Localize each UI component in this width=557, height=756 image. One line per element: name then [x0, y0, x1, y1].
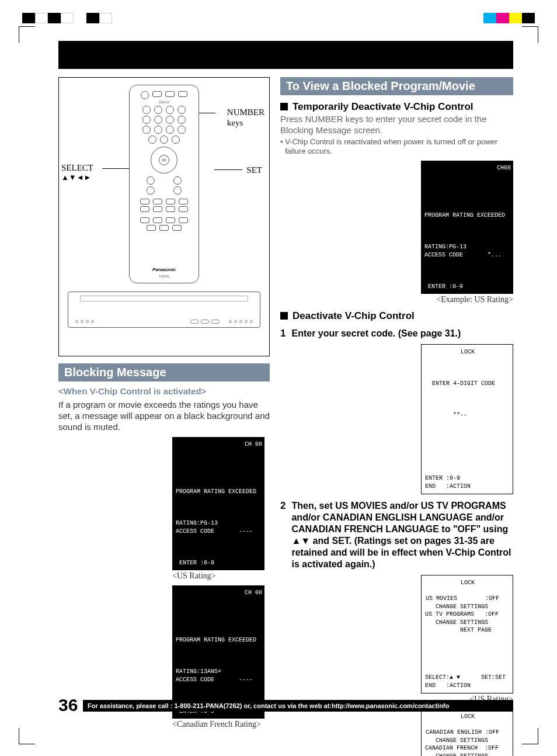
view-blocked-title: To View a Blocked Program/Movie — [280, 77, 513, 95]
osd-canadian-rating: CH 08 PROGRAM RATING EXCEEDED RATING:13A… — [172, 585, 264, 719]
bullet-square-icon — [280, 103, 288, 110]
osd-lock-us-rating: LOCK US MOVIES :OFF CHANGE SETTINGSUS TV… — [421, 575, 513, 693]
print-colorbar-right — [483, 13, 535, 23]
crop-mark — [522, 26, 538, 43]
osd-us-caption: <US Rating> — [172, 571, 216, 581]
osd-example-us: CH08 PROGRAM RATING EXCEEDED RATING:PG-1… — [421, 161, 513, 294]
callout-line — [199, 113, 215, 113]
bullet-square-icon — [280, 312, 288, 320]
remote-diagram-box: SELECT ▲▼◄► SET NUMBER keys DISPLAY — [58, 77, 270, 356]
blocking-subtitle: <When V-Chip Control is activated> — [58, 386, 270, 396]
step-2: 2 Then, set US MOVIES and/or US TV PROGR… — [280, 500, 513, 570]
page-header-bar — [58, 41, 513, 69]
crop-mark — [19, 26, 35, 43]
number-keys-label: NUMBER keys — [227, 107, 264, 128]
osd-lock-enter-code: LOCK ENTER 4-DIGIT CODE **-- ENTER :0-9E… — [421, 344, 513, 494]
device-front-illustration — [68, 292, 260, 328]
callout-line — [214, 169, 242, 170]
osd-ca-caption: <Canadian French Rating> — [172, 720, 261, 729]
crop-mark — [19, 728, 35, 744]
step-number: 2 — [280, 500, 286, 570]
step-2-text: Then, set US MOVIES and/or US TV PROGRAM… — [291, 500, 513, 570]
temp-deactivate-body: Press NUMBER keys to enter your secret c… — [280, 114, 513, 136]
step-1-text: Enter your secret code. (See page 31.) — [291, 328, 513, 339]
print-colorbar-left — [22, 13, 125, 23]
temp-deactivate-heading: Temporarily Deactivate V-Chip Control — [280, 101, 513, 113]
osd-example-caption: <Example: US Rating> — [436, 295, 513, 304]
footer-assistance: For assistance, please call : 1-800-211-… — [83, 700, 513, 712]
vchip-note: • V-Chip Control is reactivated when pow… — [280, 137, 513, 157]
page-number: 36 — [58, 695, 78, 715]
remote-control-illustration: DISPLAY OK Panasonic TV/DVD — [129, 85, 199, 283]
step-1: 1 Enter your secret code. (See page 31.) — [280, 328, 513, 339]
step-number: 1 — [280, 328, 286, 339]
remote-brand: Panasonic — [130, 267, 199, 272]
set-label: SET — [246, 165, 262, 175]
select-label: SELECT ▲▼◄► — [61, 163, 93, 182]
osd-lock-canadian-rating: LOCK CANADIAN ENGLISH :OFF CHANGE SETTIN… — [421, 709, 513, 756]
deactivate-heading: Deactivate V-Chip Control — [280, 310, 513, 322]
blocking-message-title: Blocking Message — [58, 363, 270, 382]
osd-us-rating: CH 08 PROGRAM RATING EXCEEDED RATING:PG-… — [172, 437, 264, 570]
remote-model: TV/DVD — [130, 275, 199, 278]
crop-mark — [522, 728, 538, 744]
blocking-body: If a program or movie exceeds the rating… — [58, 400, 270, 432]
